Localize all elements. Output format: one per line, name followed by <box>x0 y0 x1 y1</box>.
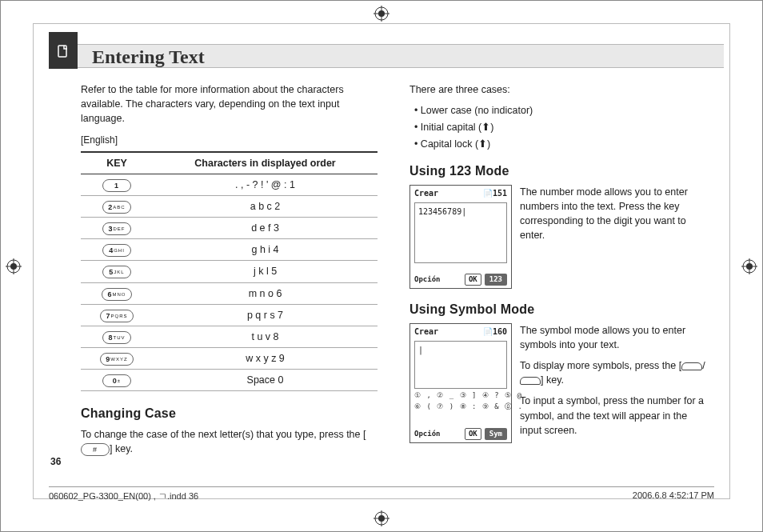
using-symbol-p2: To display more symbols, press the [/] k… <box>520 358 706 387</box>
page-footer: 060602_PG-3300_EN(00) , ㄱ.indd 36 2006.6… <box>49 486 714 502</box>
softkey-left-icon <box>681 362 702 370</box>
char-count: 📄160 <box>483 326 507 338</box>
key-cell: 6 MNO <box>81 282 153 304</box>
keycap-icon: 9 WXYZ <box>100 353 133 366</box>
using-123-body: The number mode allows you to enter numb… <box>520 185 706 282</box>
changing-case-heading: Changing Case <box>81 404 378 422</box>
chars-cell: p q r s 7 <box>153 304 378 326</box>
chars-cell: t u v 8 <box>153 326 378 347</box>
key-cell: 2 ABC <box>81 196 153 218</box>
screen-title: Crear <box>414 188 438 200</box>
registration-mark-icon <box>374 510 389 526</box>
registration-mark-icon <box>6 258 22 274</box>
key-cell: 9 WXYZ <box>81 347 153 369</box>
keycap-icon: 4 GHI <box>102 244 131 257</box>
chars-cell: m n o 6 <box>153 282 378 304</box>
table-row: 4 GHIg h i 4 <box>81 239 378 261</box>
list-item: Capital lock (⬆) <box>414 137 706 151</box>
keycap-icon: 6 MNO <box>102 288 131 301</box>
using-symbol-heading: Using Symbol Mode <box>409 300 706 318</box>
table-row: 5 JKLj k l 5 <box>81 261 378 282</box>
language-label: [English] <box>81 134 378 147</box>
page-number: 36 <box>50 456 61 467</box>
keycap-icon: 8 TUV <box>102 331 131 344</box>
symbol-row: ⑥ ( ⑦ ) ⑧ : ⑨ & ⓪ . <box>414 402 507 412</box>
manual-page: Entering Text Refer to the table for mor… <box>0 0 763 532</box>
softkey-left: Opción <box>414 429 441 439</box>
chars-cell: j k l 5 <box>153 261 378 282</box>
th-chars: Characters in displayed order <box>153 152 378 174</box>
chars-cell: . , - ? ! ' @ : 1 <box>153 174 378 195</box>
cases-intro: There are three cases: <box>409 82 706 97</box>
char-count: 📄151 <box>483 188 507 200</box>
section-tab <box>49 32 78 69</box>
keycap-icon: 7 PQRS <box>100 310 133 322</box>
document-icon <box>49 32 78 69</box>
mode-badge: 123 <box>485 274 507 286</box>
key-cell: 4 GHI <box>81 239 153 261</box>
table-row: 6 MNOm n o 6 <box>81 282 378 304</box>
svg-rect-16 <box>58 46 66 57</box>
screen-body: | <box>414 341 507 389</box>
key-cell: 5 JKL <box>81 261 153 282</box>
chars-cell: Space 0 <box>153 370 378 391</box>
intro-text: Refer to the table for more information … <box>81 82 378 126</box>
list-item: Initial capital (⬆) <box>414 120 706 134</box>
right-column: There are three cases: Lower case (no in… <box>409 82 706 480</box>
registration-mark-icon <box>374 6 389 22</box>
key-cell: 3 DEF <box>81 218 153 239</box>
chars-cell: a b c 2 <box>153 196 378 218</box>
changing-case-text-a: To change the case of the next letter(s)… <box>81 429 366 440</box>
mode-badge: Sym <box>485 428 507 440</box>
registration-mark-icon <box>741 258 757 274</box>
page-header: Entering Text <box>49 44 724 68</box>
key-character-table: KEY Characters in displayed order 1. , -… <box>81 151 378 391</box>
chars-cell: d e f 3 <box>153 218 378 239</box>
table-row: 8 TUVt u v 8 <box>81 326 378 347</box>
screen-title: Crear <box>414 326 438 338</box>
keycap-icon: 2 ABC <box>102 201 131 214</box>
chars-cell: w x y z 9 <box>153 347 378 369</box>
hash-key-icon: # <box>81 443 110 456</box>
using-symbol-p3: To input a symbol, press the number for … <box>520 394 706 437</box>
symbol-row: ① , ② _ ③ ] ④ ? ⑤ @ <box>414 391 507 401</box>
table-row: 3 DEFd e f 3 <box>81 218 378 239</box>
changing-case-body: To change the case of the next letter(s)… <box>81 427 378 456</box>
keycap-icon: 5 JKL <box>102 266 131 278</box>
footer-datetime: 2006.6.8 4:52:17 PM <box>633 490 714 502</box>
footer-file: 060602_PG-3300_EN(00) , ㄱ.indd 36 <box>49 490 198 502</box>
softkey-ok: OK <box>465 428 481 440</box>
keycap-icon: 0 ± <box>102 374 131 387</box>
using-123-heading: Using 123 Mode <box>409 162 706 180</box>
screen-body: 123456789| <box>414 202 507 263</box>
key-cell: 1 <box>81 174 153 195</box>
softkey-ok: OK <box>465 274 481 286</box>
phone-screen-symbol: Crear 📄160 | ① , ② _ ③ ] ④ ? ⑤ @ ⑥ ( ⑦ )… <box>409 323 512 443</box>
chars-cell: g h i 4 <box>153 239 378 261</box>
table-row: 2 ABCa b c 2 <box>81 196 378 218</box>
key-cell: 8 TUV <box>81 326 153 347</box>
softkey-right-icon <box>520 377 541 385</box>
table-row: 0 ±Space 0 <box>81 370 378 391</box>
list-item: Lower case (no indicator) <box>414 103 706 118</box>
th-key: KEY <box>81 152 153 174</box>
page-title: Entering Text <box>49 45 724 69</box>
using-symbol-p1: The symbol mode allows you to enter symb… <box>520 323 706 352</box>
key-cell: 0 ± <box>81 370 153 391</box>
softkey-left: Opción <box>414 274 441 285</box>
keycap-icon: 1 <box>102 179 131 192</box>
cases-list: Lower case (no indicator) Initial capita… <box>409 103 706 151</box>
key-cell: 7 PQRS <box>81 304 153 326</box>
left-column: Refer to the table for more information … <box>81 82 378 480</box>
table-row: 1. , - ? ! ' @ : 1 <box>81 174 378 195</box>
table-row: 7 PQRSp q r s 7 <box>81 304 378 326</box>
table-row: 9 WXYZw x y z 9 <box>81 347 378 369</box>
changing-case-text-b: ] key. <box>110 443 133 454</box>
keycap-icon: 3 DEF <box>102 222 131 235</box>
phone-screen-123: Crear 📄151 123456789| Opción OK 123 <box>409 185 512 289</box>
